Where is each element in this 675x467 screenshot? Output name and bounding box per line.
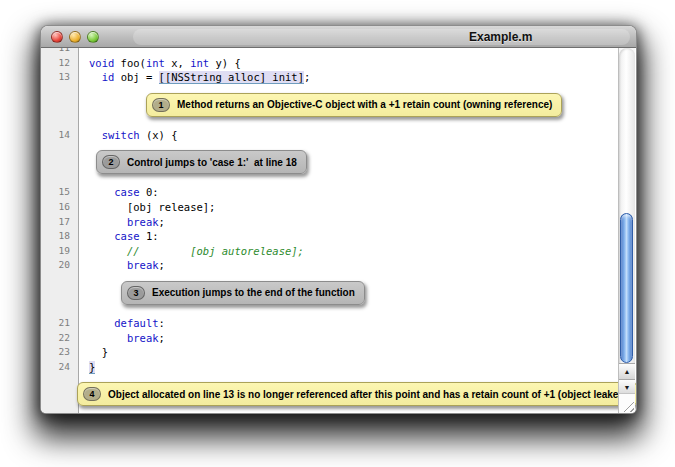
code-segment: ; xyxy=(304,71,310,83)
code-segment: 1: xyxy=(140,230,159,242)
line-number: 15 xyxy=(41,185,79,200)
code-line: case 1: xyxy=(79,229,159,244)
code-line: } xyxy=(79,360,95,375)
code-segment xyxy=(89,71,102,83)
code-segment: switch xyxy=(102,129,140,141)
code-segment: case xyxy=(114,230,139,242)
code-segment: foo( xyxy=(114,57,146,69)
code-line: } xyxy=(79,345,108,360)
desktop-background: Example.m 1112void foo(int x, int y) {13… xyxy=(0,0,675,467)
close-button-icon[interactable] xyxy=(51,31,63,43)
bubble-message: Object allocated on line 13 is no longer… xyxy=(108,388,628,401)
example-m-window: Example.m 1112void foo(int x, int y) {13… xyxy=(40,25,637,414)
code-line: [obj release]; xyxy=(79,200,215,215)
source-code-view: 1112void foo(int x, int y) {13 id obj = … xyxy=(41,48,617,413)
window-titlebar[interactable]: Example.m xyxy=(41,26,636,48)
code-segment: ; xyxy=(159,216,165,228)
code-segment: break xyxy=(127,259,159,271)
code-line: default: xyxy=(79,316,165,331)
code-row: 13 id obj = [[NSString alloc] init]; xyxy=(41,70,617,85)
analyzer-range-highlight: [[NSString alloc] init] xyxy=(159,71,304,84)
path-step-badge: 1 xyxy=(152,98,170,112)
code-segment: (x) { xyxy=(140,129,178,141)
bubble-message: Execution jumps to the end of the functi… xyxy=(152,286,355,299)
code-segment: x, xyxy=(165,57,190,69)
path-step-badge: 4 xyxy=(83,387,101,401)
analyzer-bubble-event-1[interactable]: 1Method returns an Objective-C object wi… xyxy=(146,93,562,117)
code-segment xyxy=(89,186,114,198)
line-number: 12 xyxy=(41,56,79,71)
code-segment: 0: xyxy=(140,186,159,198)
analyzer-bubble-control-3[interactable]: 3Execution jumps to the end of the funct… xyxy=(121,281,365,305)
code-line: break; xyxy=(79,331,165,346)
scroll-up-icon[interactable]: ▲ xyxy=(619,363,635,379)
analyzer-bubble-event-4[interactable]: 4Object allocated on line 13 is no longe… xyxy=(77,382,636,406)
code-segment: // [obj autorelease]; xyxy=(89,245,304,257)
code-row: 18 case 1: xyxy=(41,229,617,244)
code-segment: break xyxy=(127,332,159,344)
zoom-button-icon[interactable] xyxy=(87,31,99,43)
line-number: 14 xyxy=(41,128,79,143)
code-segment: id xyxy=(102,71,115,83)
line-number: 17 xyxy=(41,215,79,230)
line-number: 16 xyxy=(41,200,79,215)
code-segment: ; xyxy=(159,259,165,271)
code-segment: : xyxy=(159,317,165,329)
line-number: 20 xyxy=(41,258,79,273)
code-segment: int xyxy=(146,57,165,69)
code-segment: } xyxy=(89,346,108,358)
line-number: 19 xyxy=(41,244,79,259)
window-title: Example.m xyxy=(469,30,532,44)
line-number: 13 xyxy=(41,70,79,85)
code-row: 24} xyxy=(41,360,617,375)
path-step-badge: 3 xyxy=(127,286,145,300)
titlebar-sheen xyxy=(133,29,630,45)
scrollbar-thumb[interactable] xyxy=(620,213,633,363)
code-row: 19 // [obj autorelease]; xyxy=(41,244,617,259)
line-number: 22 xyxy=(41,331,79,346)
line-number: 11 xyxy=(41,48,79,56)
code-row: 12void foo(int x, int y) { xyxy=(41,56,617,71)
code-line: // [obj autorelease]; xyxy=(79,244,304,259)
code-segment: void xyxy=(89,57,114,69)
code-segment: int xyxy=(190,57,209,69)
analyzer-range-highlight: } xyxy=(89,361,95,374)
code-row: 22 break; xyxy=(41,331,617,346)
code-line: void foo(int x, int y) { xyxy=(79,56,241,71)
code-segment: default xyxy=(114,317,158,329)
code-row: 21 default: xyxy=(41,316,617,331)
code-line: switch (x) { xyxy=(79,128,178,143)
code-segment xyxy=(89,216,127,228)
code-row: 23 } xyxy=(41,345,617,360)
code-row: 20 break; xyxy=(41,258,617,273)
code-segment: case xyxy=(114,186,139,198)
path-step-badge: 2 xyxy=(102,155,120,169)
minimize-button-icon[interactable] xyxy=(69,31,81,43)
code-segment: y) { xyxy=(209,57,241,69)
window-resize-grip[interactable] xyxy=(619,393,635,413)
code-segment: ; xyxy=(159,332,165,344)
code-segment: break xyxy=(127,216,159,228)
line-number: 18 xyxy=(41,229,79,244)
code-segment: [obj release]; xyxy=(89,201,215,213)
code-line: case 0: xyxy=(79,185,159,200)
code-line: id obj = [[NSString alloc] init]; xyxy=(79,70,310,85)
line-number: 24 xyxy=(41,360,79,375)
code-line: break; xyxy=(79,215,165,230)
code-line xyxy=(79,48,89,56)
resize-grip-icon xyxy=(621,399,634,412)
line-number: 21 xyxy=(41,316,79,331)
code-segment xyxy=(89,129,102,141)
code-segment: obj = xyxy=(114,71,158,83)
code-row: 15 case 0: xyxy=(41,185,617,200)
editor-content: 1112void foo(int x, int y) {13 id obj = … xyxy=(41,48,636,413)
code-segment xyxy=(89,332,127,344)
code-row: 14 switch (x) { xyxy=(41,128,617,143)
vertical-scrollbar[interactable]: ▲ ▼ xyxy=(618,48,635,413)
bubble-message: Method returns an Objective-C object wit… xyxy=(177,98,552,111)
analyzer-bubble-control-2[interactable]: 2Control jumps to 'case 1:' at line 18 xyxy=(96,150,307,174)
code-segment xyxy=(89,259,127,271)
code-segment xyxy=(89,317,114,329)
code-line: break; xyxy=(79,258,165,273)
code-segment xyxy=(89,230,114,242)
